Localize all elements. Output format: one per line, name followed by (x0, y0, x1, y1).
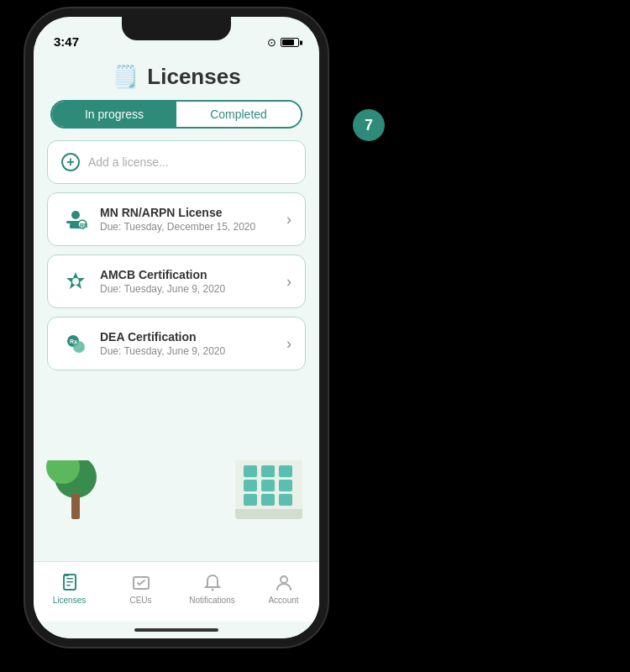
status-time: 3:47 (54, 34, 79, 49)
hospital-window (244, 480, 257, 491)
dea-license-due: Due: Tuesday, June 9, 2020 (100, 345, 280, 357)
status-icons: ⊙ (267, 36, 299, 49)
license-card-rn[interactable]: RN MN RN/ARPN License Due: Tuesday, Dece… (47, 192, 306, 246)
nav-account-icon (274, 573, 294, 593)
svg-point-15 (211, 588, 213, 591)
nav-licenses-label: Licenses (53, 596, 86, 605)
nav-licenses-icon (60, 573, 80, 593)
bottom-decoration: H (34, 460, 319, 561)
page-header: 🗒️ Licenses (34, 54, 319, 97)
rn-license-name: MN RN/ARPN License (100, 206, 280, 219)
nav-item-licenses[interactable]: Licenses (45, 573, 95, 605)
nav-item-ceus[interactable]: CEUs (116, 573, 166, 605)
dea-chevron-icon: › (286, 335, 291, 353)
tab-in-progress-label: In progress (85, 108, 144, 121)
svg-rect-11 (66, 581, 73, 583)
hospital-window (244, 494, 257, 506)
nav-account-label: Account (268, 596, 298, 605)
dea-license-name: DEA Certification (100, 330, 280, 344)
nav-bar: Licenses CEUs Noti (34, 561, 319, 622)
battery-icon (281, 38, 299, 47)
hospital-window (244, 465, 257, 477)
badge-label: 7 (365, 117, 373, 134)
svg-text:RN: RN (80, 223, 87, 228)
hospital-window (261, 494, 275, 506)
tree-decoration (50, 460, 101, 519)
dea-icon: Rx (61, 329, 90, 358)
rn-license-due: Due: Tuesday, December 15, 2020 (100, 221, 280, 233)
home-indicator (34, 622, 319, 638)
license-card-amcb[interactable]: AMCB Certification Due: Tuesday, June 9,… (47, 255, 306, 308)
svg-rect-13 (64, 574, 69, 576)
rn-icon: RN (61, 205, 90, 234)
add-icon: + (61, 153, 80, 171)
nav-item-account[interactable]: Account (259, 573, 309, 605)
nav-ceus-icon (131, 573, 151, 593)
license-list: + Add a license... RN (34, 140, 319, 460)
amcb-license-due: Due: Tuesday, June 9, 2020 (100, 283, 280, 295)
svg-rect-12 (66, 585, 71, 586)
hospital-window (279, 480, 292, 491)
dea-license-info: DEA Certification Due: Tuesday, June 9, … (100, 330, 280, 357)
home-bar (134, 628, 218, 632)
license-card-dea[interactable]: Rx DEA Certification Due: Tuesday, June … (47, 317, 306, 370)
nav-ceus-label: CEUs (129, 596, 151, 605)
nav-notifications-label: Notifications (189, 596, 234, 605)
svg-point-0 (71, 211, 80, 219)
rn-chevron-icon: › (286, 211, 291, 228)
rn-license-info: MN RN/ARPN License Due: Tuesday, Decembe… (100, 206, 280, 233)
battery-fill (282, 39, 294, 45)
phone-screen: 3:47 ⊙ 🗒️ Licenses In pr (34, 17, 319, 638)
tab-in-progress[interactable]: In progress (52, 102, 176, 127)
hospital-windows (240, 462, 297, 509)
hospital-base (235, 509, 302, 519)
scene: 7 3:47 ⊙ 🗒️ Licenses (0, 0, 630, 672)
add-placeholder: Add a license... (88, 155, 169, 169)
hospital-window (279, 494, 292, 506)
licenses-icon: 🗒️ (112, 64, 139, 90)
amcb-license-info: AMCB Certification Due: Tuesday, June 9,… (100, 268, 280, 295)
nav-item-notifications[interactable]: Notifications (187, 573, 238, 605)
nav-notifications-icon (202, 573, 223, 593)
tab-completed-label: Completed (210, 108, 267, 121)
amcb-chevron-icon: › (286, 273, 291, 291)
hospital-building: H (235, 460, 302, 509)
hospital-decoration: H (235, 460, 302, 519)
svg-point-5 (72, 278, 79, 285)
tab-completed[interactable]: Completed (176, 102, 301, 127)
page-title: Licenses (147, 64, 240, 90)
amcb-license-name: AMCB Certification (100, 268, 280, 281)
amcb-icon (61, 267, 90, 296)
phone-frame: 3:47 ⊙ 🗒️ Licenses In pr (34, 17, 319, 638)
hospital-window (261, 465, 275, 477)
svg-rect-10 (66, 578, 73, 580)
svg-text:Rx: Rx (70, 339, 77, 344)
tree-trunk (71, 494, 80, 519)
hospital-window (261, 480, 275, 491)
add-license-button[interactable]: + Add a license... (47, 140, 306, 184)
phone-notch (122, 17, 231, 40)
wifi-icon: ⊙ (267, 36, 276, 49)
content-area: 🗒️ Licenses In progress Completed (34, 54, 319, 638)
svg-point-16 (281, 576, 287, 583)
hospital-window (279, 465, 292, 477)
badge-7: 7 (353, 109, 385, 141)
tabs-container: In progress Completed (50, 100, 302, 129)
